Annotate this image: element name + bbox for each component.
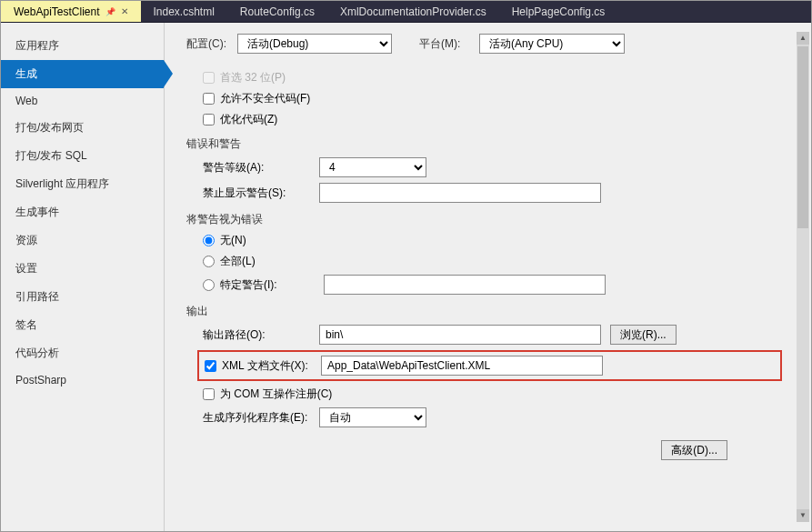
prefer-32bit-checkbox: 首选 32 位(P) <box>203 70 782 85</box>
build-panel: 配置(C): 活动(Debug) 平台(M): 活动(Any CPU) 首选 3… <box>165 23 811 531</box>
tab-label: XmlDocumentationProvider.cs <box>340 5 486 18</box>
tab-label: RouteConfig.cs <box>240 5 315 18</box>
checkbox-label: 为 COM 互操作注册(C) <box>220 386 332 402</box>
warning-level-label: 警告等级(A): <box>203 160 319 176</box>
sidebar-item-reference-paths[interactable]: 引用路径 <box>1 283 164 311</box>
checkbox-input[interactable] <box>203 388 215 400</box>
tab-xmldocprovider[interactable]: XmlDocumentationProvider.cs <box>327 1 499 22</box>
treat-all-radio[interactable]: 全部(L) <box>203 254 782 269</box>
pin-icon[interactable]: 📌 <box>105 7 115 16</box>
sidebar-item-build-events[interactable]: 生成事件 <box>1 198 164 226</box>
editor-tab-bar: WebApiTestClient 📌 ✕ Index.cshtml RouteC… <box>1 1 811 23</box>
radio-input[interactable] <box>203 235 215 246</box>
errors-warnings-header: 错误和警告 <box>186 136 782 152</box>
output-path-field: 输出路径(O): 浏览(R)... <box>203 325 782 345</box>
suppress-warnings-field: 禁止显示警告(S): <box>203 183 782 203</box>
treat-specific-radio[interactable]: 特定警告(I): <box>203 275 782 295</box>
sidebar-item-resources[interactable]: 资源 <box>1 226 164 255</box>
radio-input[interactable] <box>203 256 215 267</box>
radio-input[interactable] <box>203 279 215 291</box>
browse-button[interactable]: 浏览(R)... <box>610 325 677 345</box>
checkbox-label: 首选 32 位(P) <box>220 70 286 85</box>
property-sidebar: 应用程序 生成 Web 打包/发布网页 打包/发布 SQL Silverligh… <box>1 23 165 531</box>
sidebar-item-postsharp[interactable]: PostSharp <box>1 367 164 393</box>
allow-unsafe-checkbox[interactable]: 允许不安全代码(F) <box>203 91 782 106</box>
output-path-input[interactable] <box>319 325 601 345</box>
config-select[interactable]: 活动(Debug) <box>237 34 392 54</box>
warning-level-field: 警告等级(A): 4 <box>203 157 782 177</box>
com-interop-checkbox[interactable]: 为 COM 互操作注册(C) <box>203 386 782 402</box>
tab-label: HelpPageConfig.cs <box>512 5 606 18</box>
xml-doc-input[interactable] <box>321 356 603 376</box>
config-row: 配置(C): 活动(Debug) 平台(M): 活动(Any CPU) <box>186 34 782 54</box>
scroll-up-icon[interactable]: ▲ <box>797 32 809 45</box>
sidebar-item-settings[interactable]: 设置 <box>1 255 164 283</box>
platform-select[interactable]: 活动(Any CPU) <box>479 34 625 54</box>
close-icon[interactable]: ✕ <box>121 6 128 16</box>
treat-none-radio[interactable]: 无(N) <box>203 233 782 248</box>
serialization-select[interactable]: 自动 <box>319 407 426 427</box>
sidebar-item-build[interactable]: 生成 <box>1 60 164 88</box>
checkbox-label: 允许不安全代码(F) <box>220 91 310 106</box>
sidebar-item-signing[interactable]: 签名 <box>1 311 164 339</box>
tab-helppageconfig[interactable]: HelpPageConfig.cs <box>499 1 618 22</box>
treat-warnings-header: 将警告视为错误 <box>186 212 782 227</box>
checkbox-label: 优化代码(Z) <box>220 112 277 127</box>
content-area: 应用程序 生成 Web 打包/发布网页 打包/发布 SQL Silverligh… <box>1 23 811 531</box>
scroll-thumb[interactable] <box>797 46 808 228</box>
suppress-input[interactable] <box>319 183 601 203</box>
serialization-label: 生成序列化程序集(E): <box>203 410 319 426</box>
xml-doc-label: XML 文档文件(X): <box>222 358 308 374</box>
sidebar-item-application[interactable]: 应用程序 <box>1 32 164 60</box>
radio-label: 全部(L) <box>220 254 256 269</box>
output-header: 输出 <box>186 304 782 319</box>
checkbox-input[interactable] <box>203 93 215 105</box>
sidebar-item-code-analysis[interactable]: 代码分析 <box>1 339 164 367</box>
optimize-code-checkbox[interactable]: 优化代码(Z) <box>203 112 782 127</box>
tab-label: WebApiTestClient <box>14 5 100 18</box>
suppress-label: 禁止显示警告(S): <box>203 186 319 201</box>
radio-label: 无(N) <box>220 233 246 248</box>
scroll-down-icon[interactable]: ▼ <box>797 509 809 522</box>
sidebar-item-web[interactable]: Web <box>1 88 164 114</box>
warning-level-select[interactable]: 4 <box>319 157 426 177</box>
radio-label: 特定警告(I): <box>220 277 318 293</box>
platform-label: 平台(M): <box>419 36 479 52</box>
sidebar-item-silverlight[interactable]: Silverlight 应用程序 <box>1 170 164 198</box>
tab-label: Index.cshtml <box>154 5 215 18</box>
config-label: 配置(C): <box>186 36 237 52</box>
tab-webapitestclient[interactable]: WebApiTestClient 📌 ✕ <box>1 1 141 22</box>
advanced-button[interactable]: 高级(D)... <box>661 440 727 460</box>
tab-routeconfig[interactable]: RouteConfig.cs <box>227 1 327 22</box>
specific-warnings-input[interactable] <box>324 275 606 295</box>
xml-doc-highlight: XML 文档文件(X): <box>197 350 782 381</box>
serialization-field: 生成序列化程序集(E): 自动 <box>203 407 782 427</box>
vertical-scrollbar[interactable]: ▲ ▼ <box>797 32 809 522</box>
checkbox-input[interactable] <box>203 114 215 125</box>
xml-doc-checkbox[interactable] <box>205 360 216 372</box>
sidebar-item-package-sql[interactable]: 打包/发布 SQL <box>1 142 164 170</box>
output-path-label: 输出路径(O): <box>203 327 319 343</box>
tab-index[interactable]: Index.cshtml <box>141 1 227 22</box>
checkbox-input <box>203 72 215 84</box>
sidebar-item-package-web[interactable]: 打包/发布网页 <box>1 114 164 142</box>
